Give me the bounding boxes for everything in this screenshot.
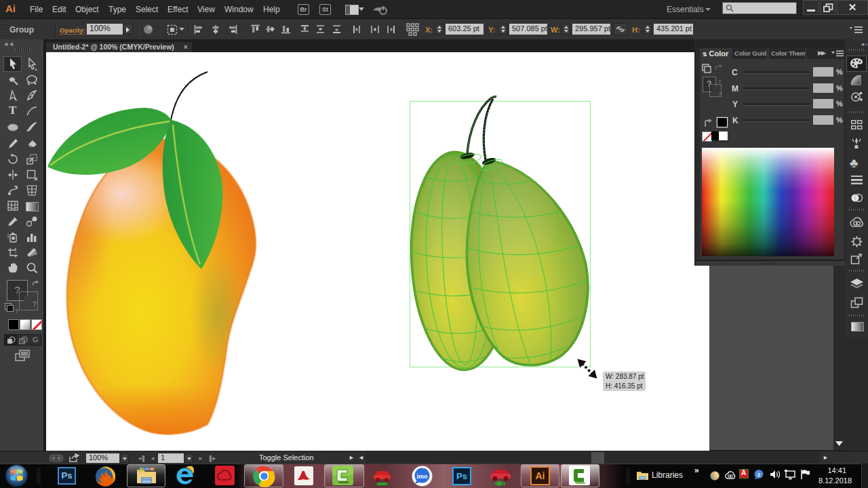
svg-text:2: 2 <box>757 472 761 478</box>
svg-text:ম৊টর: ম৊টর <box>494 481 507 486</box>
svg-text:imo: imo <box>416 473 428 480</box>
